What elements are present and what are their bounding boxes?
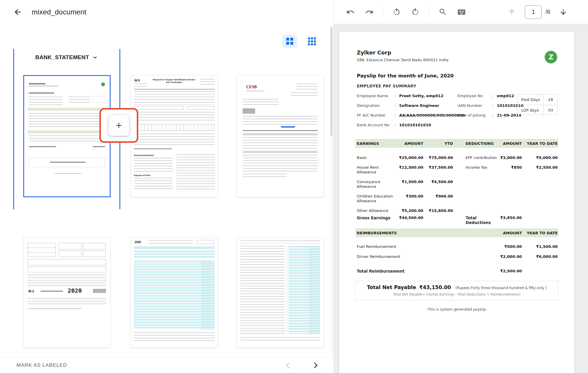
decor (134, 251, 215, 258)
total-reimbursement-value: ₹2,500.00 (469, 269, 522, 273)
decor (41, 291, 63, 292)
decor (29, 86, 58, 87)
colon: : (394, 103, 399, 108)
rotate-left-button[interactable] (389, 5, 404, 19)
deduction-name: Income Tax (466, 165, 498, 170)
redo-button[interactable] (362, 5, 376, 19)
field-label: Date of Joining (457, 113, 492, 117)
reimbursement-amount: ₹2,000.00 (469, 254, 522, 259)
earning-name: Children Education Allowance (357, 194, 398, 203)
decor (83, 251, 106, 257)
add-page-highlight-ring (99, 108, 138, 143)
mark-as-labeled-button[interactable]: MARK AS LABELED (16, 362, 67, 368)
decor (243, 116, 318, 125)
gross-earnings-value: ₹44,500.00 (398, 215, 423, 220)
reimbursement-amount: ₹500.00 (469, 244, 522, 249)
field-row: Designation:Software Engineer (357, 103, 465, 113)
net-payable-amount: ₹43,150.00 (419, 284, 451, 290)
next-page-button[interactable] (310, 360, 321, 371)
earnings-deductions-header: EARNINGS AMOUNT YTD DEDUCTIONS AMOUNT YE… (355, 139, 558, 148)
next-document-page-button[interactable] (556, 5, 570, 19)
field-label: Bank Account No (357, 123, 394, 127)
colon: : (394, 113, 399, 117)
w9-title: Request for Taxpayer Identification Numb… (152, 79, 196, 84)
previous-document-page-button[interactable] (505, 5, 519, 19)
keyboard-icon (457, 8, 466, 16)
colon: : (492, 113, 497, 117)
right-panel: /6 Zylker Corp 588, Estancia Chennai Tam… (334, 0, 588, 373)
deduction-ytd: ₹2,550.00 (522, 165, 558, 170)
earning-ytd: ₹75,000.00 (423, 155, 453, 160)
decor (297, 84, 318, 91)
dense-grid-view-button[interactable] (305, 35, 318, 48)
arrow-up-icon (508, 8, 516, 16)
earning-ytd: ₹900.00 (423, 194, 453, 203)
decor (243, 133, 318, 135)
grid-view-button[interactable] (282, 35, 297, 48)
undo-button[interactable] (343, 5, 357, 19)
rotate-right-button[interactable] (408, 5, 422, 19)
decor (134, 246, 215, 249)
grid-3x3-icon (308, 37, 316, 45)
page-navigation: /6 (502, 5, 573, 19)
days-label: Paid Days (518, 97, 544, 102)
column-header: REIMBURSEMENTS (357, 231, 469, 235)
decor (28, 108, 106, 111)
toolbar-divider (429, 8, 429, 16)
scrollbar-thumb[interactable] (330, 27, 333, 136)
field-value: AA/AAA/0000000/000/0000000 (399, 113, 465, 117)
gross-earnings-label: Gross Earnings (357, 215, 398, 220)
page-total-label: /6 (545, 9, 550, 15)
decor (59, 243, 82, 249)
company-name: Zylker Corp (357, 49, 391, 56)
earning-amount: ₹300.00 (398, 194, 423, 203)
decor (246, 91, 264, 91)
thumbnail-page-2[interactable]: W-9 Request for Taxpayer Identification … (131, 75, 218, 197)
decor (243, 137, 318, 148)
total-reimbursement-row: Total Reimbursement ₹2,500.00 (357, 269, 558, 273)
page-number-input[interactable] (525, 5, 542, 19)
search-icon (439, 8, 447, 16)
prev-page-button[interactable] (283, 360, 294, 371)
decor (93, 289, 106, 293)
chevron-down-icon (93, 55, 97, 60)
group-label-dropdown[interactable]: BANK_STATEMENT (35, 54, 97, 61)
add-page-button[interactable] (109, 115, 129, 136)
thumbnail-page-3[interactable]: CFSB (236, 75, 324, 197)
decor (29, 113, 105, 128)
field-value: 101010101010 (399, 123, 465, 127)
net-payable-label: Total Net Payable (367, 284, 416, 290)
decor (134, 178, 173, 191)
earning-amount: ₹1,500.00 (398, 180, 423, 189)
decor (28, 298, 106, 304)
colon: : (394, 123, 399, 127)
thumbnail-page-5[interactable]: 1040 (131, 237, 218, 348)
days-value: 03 (544, 105, 557, 115)
company-logo: Z (544, 51, 557, 64)
left-panel-scrollbar[interactable] (330, 24, 333, 357)
decor (291, 92, 318, 97)
decor (243, 174, 287, 179)
search-button[interactable] (436, 5, 450, 19)
decor (93, 146, 105, 147)
decor (281, 126, 295, 128)
earning-amount: ₹25,000.00 (398, 155, 423, 160)
column-header: YTD (423, 141, 453, 146)
net-payable-box: Total Net Payable ₹43,150.00 (Rupees For… (355, 281, 558, 300)
decor (134, 112, 215, 122)
field-label: Employee Name (357, 94, 394, 98)
decor (29, 97, 63, 107)
view-toggles (282, 35, 318, 48)
thumbnail-page-1[interactable] (23, 75, 111, 197)
thumbnail-page-4[interactable]: W-2 2020 (23, 237, 111, 348)
document-title: mixed_document (32, 8, 86, 16)
earning-ytd: ₹37,500.00 (423, 165, 453, 175)
thumbnail-page-6[interactable] (236, 237, 324, 348)
keyboard-shortcuts-button[interactable] (454, 5, 469, 19)
earnings-row: Other Allowance₹5,200.00₹15,600.00 (357, 208, 453, 213)
column-header: AMOUNT (498, 141, 522, 146)
back-button[interactable] (11, 6, 24, 19)
deduction-amount: ₹3,000.00 (498, 155, 522, 160)
earning-name: House Rent Allowance (357, 165, 398, 175)
viewer-toolbar: /6 (334, 0, 588, 24)
